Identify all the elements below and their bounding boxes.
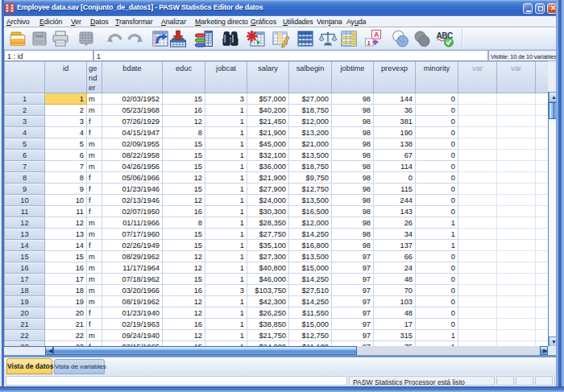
- svg-text:A: A: [374, 31, 379, 39]
- svg-text:1: 1: [367, 39, 371, 47]
